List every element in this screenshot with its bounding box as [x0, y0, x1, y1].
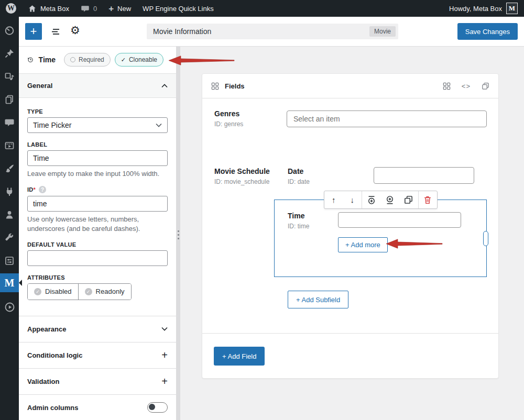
fields-card-header: Fields <>	[202, 74, 498, 98]
time-subfield-label: Time ID: time	[288, 212, 309, 230]
add-field-button[interactable]: + Add Field	[214, 347, 265, 366]
menu-movies-item[interactable]	[0, 134, 19, 157]
site-name-label: Meta Box	[40, 5, 69, 13]
panel-resize-divider[interactable]	[176, 46, 180, 420]
id-label: ID* ?	[27, 186, 168, 193]
chevron-down-icon	[161, 327, 168, 331]
user-icon	[4, 209, 15, 220]
add-block-button[interactable]: +	[25, 23, 42, 40]
section-validation[interactable]: Validation +	[19, 369, 176, 395]
menu-plugins-item[interactable]	[0, 180, 19, 203]
time-input[interactable]	[338, 212, 461, 228]
section-admin-columns-title: Admin columns	[27, 404, 79, 412]
comments-count: 0	[93, 5, 97, 13]
label-input[interactable]	[27, 150, 168, 166]
save-changes-button[interactable]: Save Changes	[457, 23, 518, 40]
screen: W Meta Box 0 + New WP Engine Quick Links…	[0, 0, 524, 420]
cloneable-badge[interactable]: ✓ Cloneable	[115, 53, 163, 67]
menu-pages-item[interactable]	[0, 88, 19, 111]
genres-field-label: Genres ID: genres	[214, 109, 243, 128]
fields-card-title: Fields	[225, 82, 245, 90]
wpengine-quick-links-menu[interactable]: WP Engine Quick Links	[137, 0, 220, 17]
insert-before-button[interactable]	[362, 191, 381, 208]
section-appearance[interactable]: Appearance	[19, 316, 176, 342]
menu-appearance-item[interactable]	[0, 157, 19, 180]
menu-media-item[interactable]	[0, 65, 19, 88]
media-icon	[4, 71, 15, 82]
field-settings-header: Time Required ✓ Cloneable	[19, 46, 176, 74]
move-up-button[interactable]: ↑	[324, 191, 343, 208]
section-conditional-logic[interactable]: Conditional logic +	[19, 342, 176, 369]
settings-sections: Appearance Conditional logic + Validatio…	[19, 316, 176, 420]
insert-after-button[interactable]	[381, 191, 400, 208]
code-view-icon[interactable]: <>	[462, 82, 471, 90]
menu-wpengine-item[interactable]	[0, 295, 19, 318]
sliders-icon	[4, 256, 15, 266]
drag-handle-dots-icon	[176, 228, 180, 241]
cloneable-badge-label: Cloneable	[129, 56, 157, 63]
menu-metabox-item-active[interactable]: M	[0, 273, 19, 292]
label-label: LABEL	[27, 141, 168, 148]
delete-subfield-button[interactable]	[419, 191, 438, 208]
attr-disabled-button[interactable]: ✓ Disabled	[28, 284, 78, 300]
drag-grid-icon[interactable]	[211, 82, 220, 91]
list-view-icon[interactable]	[50, 26, 61, 39]
toggle-knob	[149, 404, 155, 410]
menu-posts-item[interactable]	[0, 42, 19, 65]
duplicate-subfield-button[interactable]	[399, 191, 418, 208]
avatar[interactable]: M	[506, 3, 518, 14]
type-label: TYPE	[27, 108, 168, 115]
grid-view-icon[interactable]	[442, 82, 451, 91]
admin-columns-toggle[interactable]	[147, 402, 168, 413]
new-content-menu[interactable]: + New	[103, 0, 137, 17]
menu-comments-item[interactable]	[0, 111, 19, 134]
play-circle-icon	[4, 302, 15, 313]
menu-dashboard-item[interactable]	[0, 19, 19, 42]
wordpress-logo[interactable]: W	[0, 0, 22, 17]
admin-bar-left: W Meta Box 0 + New WP Engine Quick Links	[0, 0, 220, 17]
section-appearance-title: Appearance	[27, 325, 66, 333]
wpengine-quick-links-label: WP Engine Quick Links	[143, 5, 214, 13]
default-value-input[interactable]	[27, 250, 168, 266]
required-badge-label: Required	[79, 56, 104, 63]
id-input[interactable]	[27, 196, 168, 212]
fields-card-actions: <>	[442, 82, 490, 91]
expand-plus-icon: +	[161, 350, 168, 360]
required-badge[interactable]: Required	[64, 53, 111, 67]
site-name-menu[interactable]: Meta Box	[22, 0, 75, 17]
gear-icon[interactable]: ⚙	[70, 24, 80, 37]
add-subfield-button[interactable]: + Add Subfield	[288, 291, 348, 308]
date-input[interactable]	[374, 167, 474, 184]
field-settings-panel: Time Required ✓ Cloneable General TYPE T…	[19, 46, 176, 420]
howdy-menu[interactable]: Howdy, Meta Box	[449, 5, 502, 13]
section-admin-columns[interactable]: Admin columns	[19, 395, 176, 420]
menu-tools-item[interactable]	[0, 226, 19, 249]
menu-users-item[interactable]	[0, 203, 19, 226]
metabox-menu-letter: M	[5, 277, 15, 289]
resize-handle-pill[interactable]	[483, 231, 488, 246]
duplicate-icon[interactable]	[481, 82, 490, 91]
wrench-icon	[4, 233, 15, 243]
section-conditional-logic-title: Conditional logic	[27, 351, 82, 359]
dashboard-gauge-icon	[4, 25, 15, 36]
genres-select-input[interactable]: Select an item	[287, 110, 487, 127]
type-select[interactable]: Time Picker	[27, 117, 168, 133]
date-subfield-label: Date ID: date	[288, 167, 310, 185]
admin-bar-right: Howdy, Meta Box M	[449, 3, 524, 14]
move-down-button[interactable]: ↓	[343, 191, 362, 208]
menu-settings-item[interactable]	[0, 249, 19, 272]
comments-menu[interactable]: 0	[75, 0, 103, 17]
card-divider	[202, 333, 498, 334]
section-validation-title: Validation	[27, 378, 59, 385]
section-general[interactable]: General	[19, 74, 176, 98]
check-circle-icon: ✓	[85, 288, 92, 295]
attr-readonly-button[interactable]: ✓ Readonly	[78, 284, 131, 300]
add-more-button[interactable]: + Add more	[338, 237, 388, 252]
metabox-title-input[interactable]	[147, 27, 369, 36]
chevron-down-icon	[156, 123, 162, 127]
attributes-label: ATTRIBUTES	[27, 274, 168, 281]
home-icon	[28, 4, 37, 13]
type-select-value: Time Picker	[33, 121, 71, 129]
help-question-icon[interactable]: ?	[39, 186, 46, 193]
video-icon	[4, 140, 15, 151]
